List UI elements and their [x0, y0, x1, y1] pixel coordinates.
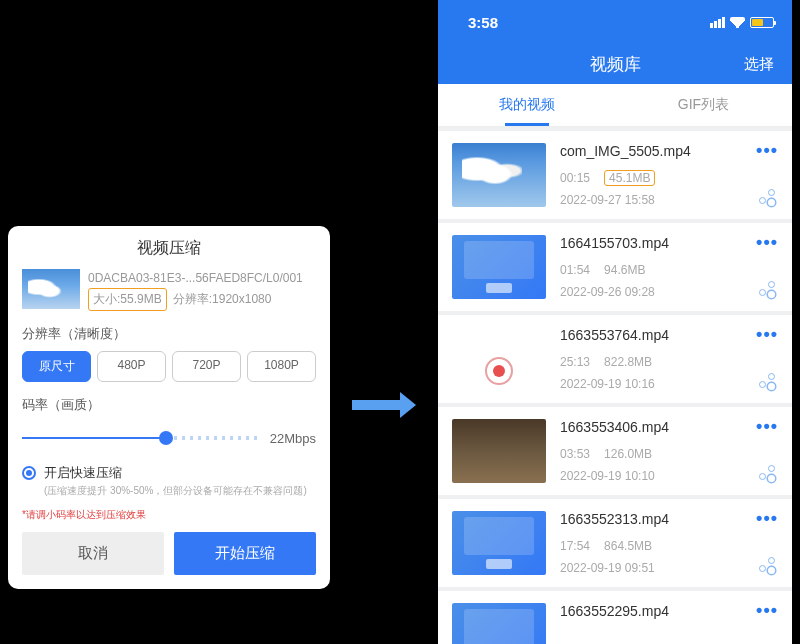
video-filename: 1663553764.mp4: [560, 327, 756, 343]
video-filename: 1663553406.mp4: [560, 419, 756, 435]
video-meta: 1664155703.mp401:5494.6MB2022-09-26 09:2…: [560, 235, 756, 299]
bitrate-value: 22Mbps: [270, 431, 316, 446]
video-duration: 00:15: [560, 171, 590, 185]
video-filename: 1663552295.mp4: [560, 603, 756, 619]
video-duration: 17:54: [560, 539, 590, 553]
video-size: 94.6MB: [604, 263, 645, 277]
more-icon[interactable]: •••: [756, 513, 778, 523]
video-thumbnail: [452, 143, 546, 207]
share-icon[interactable]: [759, 557, 775, 573]
list-item[interactable]: 1663552295.mp4•••: [438, 591, 792, 644]
radio-checked-icon: [22, 466, 36, 480]
resolution-section-label: 分辨率（清晰度）: [22, 325, 316, 343]
file-path: 0DACBA03-81E3-...56FAED8FC/L0/001: [88, 269, 316, 288]
res-option-1080p[interactable]: 1080P: [247, 351, 316, 382]
item-actions: •••: [756, 603, 778, 644]
bitrate-slider[interactable]: [22, 428, 262, 448]
item-actions: •••: [756, 235, 778, 299]
bitrate-slider-row: 22Mbps: [22, 428, 316, 448]
file-info: 0DACBA03-81E3-...56FAED8FC/L0/001 大小:55.…: [22, 269, 316, 311]
tabs: 我的视频 GIF列表: [438, 84, 792, 127]
more-icon[interactable]: •••: [756, 237, 778, 247]
cancel-button[interactable]: 取消: [22, 532, 164, 575]
video-date: 2022-09-19 10:16: [560, 377, 756, 391]
video-thumbnail: [452, 603, 546, 644]
more-icon[interactable]: •••: [756, 329, 778, 339]
video-filename: 1664155703.mp4: [560, 235, 756, 251]
share-icon[interactable]: [759, 281, 775, 297]
status-time: 3:58: [468, 14, 498, 31]
video-size: 864.5MB: [604, 539, 652, 553]
more-icon[interactable]: •••: [756, 421, 778, 431]
warning-text: *请调小码率以达到压缩效果: [22, 508, 316, 522]
fast-compress-label: 开启快速压缩: [44, 464, 307, 482]
wifi-icon: [730, 17, 745, 28]
video-stats: 17:54864.5MB: [560, 539, 756, 553]
list-item[interactable]: 1664155703.mp401:5494.6MB2022-09-26 09:2…: [438, 223, 792, 311]
res-option-original[interactable]: 原尺寸: [22, 351, 91, 382]
bitrate-section-label: 码率（画质）: [22, 396, 316, 414]
file-size-highlight: 大小:55.9MB: [88, 288, 167, 311]
video-size: 45.1MB: [604, 170, 655, 186]
video-date: 2022-09-19 09:51: [560, 561, 756, 575]
more-icon[interactable]: •••: [756, 605, 778, 615]
battery-icon: [750, 17, 774, 28]
video-stats: 03:53126.0MB: [560, 447, 756, 461]
list-item[interactable]: 1663553406.mp403:53126.0MB2022-09-19 10:…: [438, 407, 792, 495]
nav-bar: 视频库 选择: [438, 44, 792, 84]
video-meta: 1663552295.mp4: [560, 603, 756, 644]
video-date: 2022-09-19 10:10: [560, 469, 756, 483]
video-meta: com_IMG_5505.mp400:1545.1MB2022-09-27 15…: [560, 143, 756, 207]
list-item[interactable]: 1663552313.mp417:54864.5MB2022-09-19 09:…: [438, 499, 792, 587]
video-size: 822.8MB: [604, 355, 652, 369]
item-actions: •••: [756, 511, 778, 575]
item-actions: •••: [756, 143, 778, 207]
res-option-720p[interactable]: 720P: [172, 351, 241, 382]
res-option-480p[interactable]: 480P: [97, 351, 166, 382]
video-stats: 25:13822.8MB: [560, 355, 756, 369]
resolution-options: 原尺寸 480P 720P 1080P: [22, 351, 316, 382]
item-actions: •••: [756, 419, 778, 483]
video-meta: 1663553406.mp403:53126.0MB2022-09-19 10:…: [560, 419, 756, 483]
phone-screen: 3:58 视频库 选择 我的视频 GIF列表 com_IMG_5505.mp40…: [438, 0, 792, 644]
video-thumbnail: [452, 327, 546, 391]
compression-dialog: 视频压缩 0DACBA03-81E3-...56FAED8FC/L0/001 大…: [8, 226, 330, 589]
video-duration: 25:13: [560, 355, 590, 369]
tab-gif-list[interactable]: GIF列表: [615, 84, 792, 126]
video-thumbnail: [452, 235, 546, 299]
fast-compress-option[interactable]: 开启快速压缩 (压缩速度提升 30%-50%，但部分设备可能存在不兼容问题): [22, 464, 316, 498]
start-compress-button[interactable]: 开始压缩: [174, 532, 316, 575]
file-thumbnail: [22, 269, 80, 309]
select-button[interactable]: 选择: [744, 55, 774, 74]
fast-compress-sub: (压缩速度提升 30%-50%，但部分设备可能存在不兼容问题): [44, 484, 307, 498]
signal-icon: [710, 17, 725, 28]
video-date: 2022-09-26 09:28: [560, 285, 756, 299]
share-icon[interactable]: [759, 189, 775, 205]
video-stats: 01:5494.6MB: [560, 263, 756, 277]
video-list[interactable]: com_IMG_5505.mp400:1545.1MB2022-09-27 15…: [438, 127, 792, 644]
dialog-buttons: 取消 开始压缩: [22, 532, 316, 575]
file-resolution: 分辨率:1920x1080: [173, 290, 272, 309]
video-duration: 03:53: [560, 447, 590, 461]
tab-my-videos[interactable]: 我的视频: [438, 84, 615, 126]
video-size: 126.0MB: [604, 447, 652, 461]
video-filename: 1663552313.mp4: [560, 511, 756, 527]
video-date: 2022-09-27 15:58: [560, 193, 756, 207]
video-thumbnail: [452, 511, 546, 575]
video-duration: 01:54: [560, 263, 590, 277]
video-stats: 00:1545.1MB: [560, 170, 756, 186]
video-thumbnail: [452, 419, 546, 483]
share-icon[interactable]: [759, 373, 775, 389]
video-filename: com_IMG_5505.mp4: [560, 143, 756, 159]
dialog-title: 视频压缩: [22, 238, 316, 259]
video-meta: 1663553764.mp425:13822.8MB2022-09-19 10:…: [560, 327, 756, 391]
share-icon[interactable]: [759, 465, 775, 481]
item-actions: •••: [756, 327, 778, 391]
list-item[interactable]: 1663553764.mp425:13822.8MB2022-09-19 10:…: [438, 315, 792, 403]
more-icon[interactable]: •••: [756, 145, 778, 155]
nav-title: 视频库: [590, 53, 641, 76]
status-bar: 3:58: [438, 0, 792, 44]
video-meta: 1663552313.mp417:54864.5MB2022-09-19 09:…: [560, 511, 756, 575]
arrow-right-icon: [352, 390, 416, 420]
list-item[interactable]: com_IMG_5505.mp400:1545.1MB2022-09-27 15…: [438, 131, 792, 219]
